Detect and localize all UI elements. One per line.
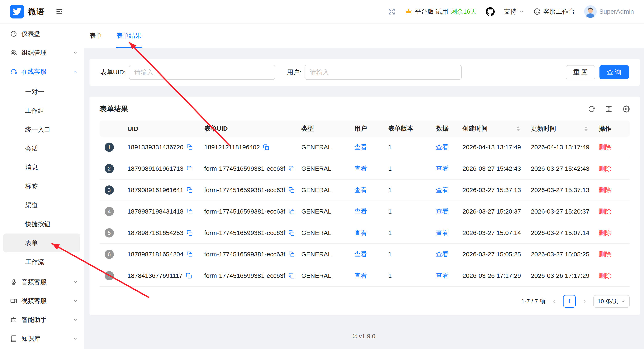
view-user-link[interactable]: 查看 (354, 165, 367, 172)
sidebar-item-workflow[interactable]: 工作流 (0, 252, 84, 271)
view-user-link[interactable]: 查看 (354, 144, 367, 150)
plan-badge[interactable]: 平台版 试用 剩余16天 (405, 7, 476, 16)
copy-icon[interactable] (187, 144, 192, 150)
copy-icon[interactable] (187, 208, 192, 214)
copy-icon[interactable] (288, 251, 294, 257)
copy-icon[interactable] (187, 251, 192, 257)
updated-time-value: 2026-03-27 15:37:13 (531, 186, 590, 194)
copy-icon[interactable] (288, 187, 294, 193)
sidebar-item-org-management[interactable]: 组织管理 (0, 43, 84, 62)
uid-value: 1878987181654204 (128, 251, 184, 258)
uid-value: 1878987181654253 (128, 229, 184, 236)
copy-icon[interactable] (288, 166, 294, 172)
sidebar-item-knowledge-base[interactable]: 知识库 (0, 329, 84, 348)
delete-link[interactable]: 删除 (599, 186, 611, 194)
view-data-link[interactable]: 查看 (436, 165, 448, 172)
copy-icon[interactable] (288, 208, 294, 214)
version-value: 1 (388, 251, 392, 258)
sidebar-item-quick-button[interactable]: 快捷按钮 (0, 214, 84, 234)
copy-icon[interactable] (187, 187, 192, 193)
copy-icon[interactable] (187, 230, 192, 236)
updated-time-value: 2026-03-26 17:17:29 (531, 272, 590, 279)
form-results-card: 表单结果 UID 表单UID (90, 96, 640, 315)
copy-icon[interactable] (288, 273, 294, 279)
view-user-link[interactable]: 查看 (354, 272, 367, 279)
sort-icons[interactable] (584, 126, 588, 131)
view-data-link[interactable]: 查看 (436, 229, 448, 236)
sidebar-item-workgroup[interactable]: 工作组 (0, 101, 84, 120)
copyright-icon: © (353, 333, 357, 340)
sidebar-item-partial[interactable] (0, 348, 84, 349)
row-index-badge: 4 (104, 207, 114, 216)
settings-gear-icon[interactable] (622, 106, 630, 112)
delete-link[interactable]: 删除 (599, 272, 611, 279)
form-uid-value: form-1774516599381-ecc63f (204, 165, 285, 172)
sidebar-item-unified-entry[interactable]: 统一入口 (0, 120, 84, 139)
sort-icons[interactable] (516, 126, 520, 131)
table-row: 2 1879089161961713 form-1774516599381-ec… (100, 158, 630, 179)
view-user-link[interactable]: 查看 (354, 229, 367, 236)
menu-fold-icon[interactable] (56, 8, 63, 15)
view-data-link[interactable]: 查看 (436, 144, 448, 150)
copy-icon[interactable] (288, 230, 294, 236)
user-menu[interactable]: SuperAdmin (584, 5, 634, 18)
copy-icon[interactable] (263, 144, 269, 150)
sidebar-item-online-service[interactable]: 在线客服 (0, 62, 84, 81)
tab-form-results[interactable]: 表单结果 (116, 24, 142, 48)
chevron-up-icon (73, 69, 78, 74)
sidebar-item-form[interactable]: 表单 (3, 234, 80, 252)
sidebar-item-channel[interactable]: 渠道 (0, 196, 84, 214)
sidebar-item-tag[interactable]: 标签 (0, 177, 84, 196)
view-data-link[interactable]: 查看 (436, 272, 448, 279)
view-data-link[interactable]: 查看 (436, 208, 448, 215)
fullscreen-icon[interactable] (388, 8, 396, 15)
delete-link[interactable]: 删除 (599, 165, 611, 172)
user-label: 用户: (287, 68, 301, 77)
sidebar-item-dashboard[interactable]: 仪表盘 (0, 24, 84, 43)
updated-time-value: 2026-03-27 15:42:43 (531, 165, 590, 172)
app-logo[interactable] (10, 4, 24, 18)
page-size-select[interactable]: 10 条/页 (594, 295, 630, 308)
column-height-icon[interactable] (605, 106, 612, 112)
prev-page-button[interactable] (549, 296, 560, 307)
current-page[interactable]: 1 (563, 295, 576, 308)
team-icon (10, 49, 17, 56)
sidebar-item-audio-service[interactable]: 音频客服 (0, 272, 84, 292)
dashboard-icon (10, 30, 17, 38)
copy-icon[interactable] (186, 273, 192, 279)
chevron-down-icon (73, 336, 78, 341)
delete-link[interactable]: 删除 (599, 229, 611, 236)
created-time-value: 2026-03-27 15:37:13 (462, 186, 521, 194)
view-user-link[interactable]: 查看 (354, 208, 367, 215)
uid-value: 1891339331436720 (128, 144, 184, 150)
view-user-link[interactable]: 查看 (354, 251, 367, 258)
view-user-link[interactable]: 查看 (354, 186, 367, 194)
sidebar-item-one-to-one[interactable]: 一对一 (0, 82, 84, 101)
reset-button[interactable]: 重 置 (566, 65, 595, 80)
user-input[interactable] (304, 65, 462, 80)
next-page-button[interactable] (579, 296, 590, 307)
delete-link[interactable]: 删除 (599, 144, 611, 150)
workbench-link[interactable]: 客服工作台 (533, 7, 575, 16)
query-button[interactable]: 查 询 (600, 65, 629, 80)
form-uid-input[interactable] (129, 65, 275, 80)
view-data-link[interactable]: 查看 (436, 251, 448, 258)
support-menu[interactable]: 支持 (504, 7, 524, 16)
sidebar-item-video-service[interactable]: 视频客服 (0, 292, 84, 310)
table-row: 6 1878987181654204 form-1774516599381-ec… (100, 244, 630, 265)
copy-icon[interactable] (187, 166, 192, 172)
sidebar-item-message[interactable]: 消息 (0, 158, 84, 177)
view-data-link[interactable]: 查看 (436, 186, 448, 194)
type-value: GENERAL (301, 144, 331, 150)
reload-icon[interactable] (588, 106, 595, 112)
github-icon[interactable] (486, 7, 495, 16)
column-updated-time[interactable]: 更新时间 (526, 120, 594, 137)
video-camera-icon (10, 297, 17, 304)
delete-link[interactable]: 删除 (599, 208, 611, 215)
sidebar-item-conversation[interactable]: 会话 (0, 139, 84, 158)
tab-form[interactable]: 表单 (90, 24, 102, 48)
column-created-time[interactable]: 创建时间 (458, 120, 526, 137)
delete-link[interactable]: 删除 (599, 251, 611, 258)
sidebar-item-ai-assistant[interactable]: 智能助手 (0, 310, 84, 329)
uid-value: 1879089161961713 (128, 165, 184, 172)
